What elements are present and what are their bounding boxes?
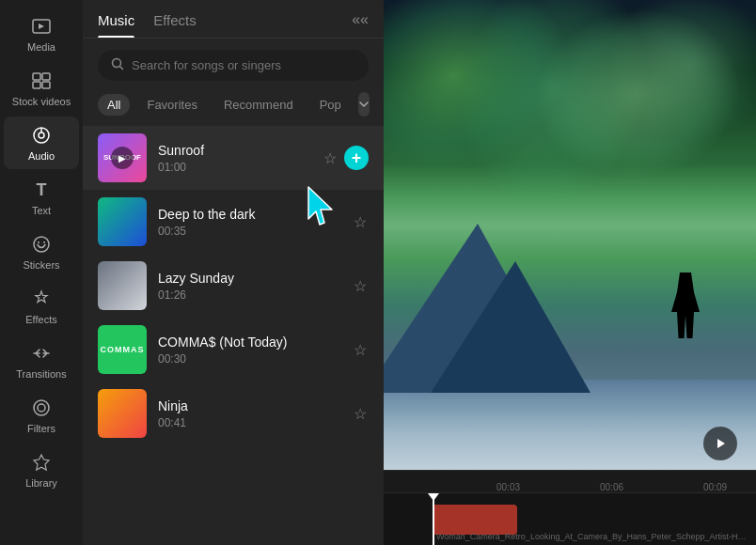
song-item-deep[interactable]: Deep to the dark 00:35 ☆	[83, 190, 384, 254]
filter-pop[interactable]: Pop	[310, 94, 351, 116]
sidebar-item-label-library: Library	[25, 477, 57, 489]
transitions-icon	[30, 342, 53, 365]
song-duration-deep: 00:35	[158, 225, 340, 238]
song-actions-ninja: ☆	[352, 403, 369, 425]
sidebar: Media Stock videos Audio T Text	[0, 0, 83, 545]
play-icon-sunroof[interactable]: ▶	[111, 147, 134, 169]
sidebar-item-label-transitions: Transitions	[16, 368, 66, 380]
song-title-commas: COMMA$ (Not Today)	[158, 335, 340, 350]
text-icon: T	[30, 179, 53, 201]
song-thumb-ninja	[98, 389, 147, 438]
song-item-commas[interactable]: COMMAS COMMA$ (Not Today) 00:30 ☆	[83, 318, 384, 382]
search-input[interactable]	[132, 58, 355, 72]
song-actions-commas: ☆	[352, 339, 369, 361]
svg-point-9	[38, 241, 39, 243]
tab-music[interactable]: Music	[98, 12, 134, 38]
sidebar-item-effects[interactable]: Effects	[4, 280, 79, 333]
song-info-deep: Deep to the dark 00:35	[158, 207, 340, 238]
sidebar-item-audio[interactable]: Audio	[4, 117, 79, 169]
media-icon	[30, 15, 53, 38]
song-item-ninja[interactable]: Ninja 00:41 ☆	[83, 382, 384, 445]
timeline-marker-1: 00:03	[496, 482, 520, 492]
sidebar-item-label-text: Text	[32, 205, 51, 216]
star-button-deep[interactable]: ☆	[352, 211, 369, 233]
song-item-sunroof[interactable]: SUNROOF ▶ Sunroof 01:00 ☆ +	[83, 126, 384, 190]
video-play-button[interactable]	[703, 427, 737, 460]
star-button-commas[interactable]: ☆	[352, 339, 369, 361]
sidebar-item-stickers[interactable]: Stickers	[4, 226, 79, 278]
search-icon	[111, 57, 124, 73]
filter-row: All Favorites Recommend Pop	[83, 92, 384, 126]
filter-more-button[interactable]	[358, 92, 370, 117]
thumb-text-commas: COMMAS	[101, 345, 145, 354]
track-label: Woman_Camera_Retro_Looking_At_Camera_By_…	[433, 532, 756, 541]
star-button-ninja[interactable]: ☆	[352, 403, 369, 425]
filter-favorites[interactable]: Favorites	[137, 94, 206, 116]
playhead[interactable]	[433, 493, 434, 545]
svg-point-11	[34, 400, 49, 415]
song-thumb-lazy	[98, 261, 147, 310]
song-thumb-deep	[98, 197, 147, 246]
svg-point-6	[39, 132, 44, 138]
filter-all[interactable]: All	[98, 94, 130, 116]
svg-rect-4	[42, 82, 50, 88]
sidebar-item-label-effects: Effects	[25, 314, 56, 325]
mountains	[384, 211, 756, 470]
svg-point-10	[43, 241, 45, 243]
sidebar-item-stock-videos[interactable]: Stock videos	[4, 62, 79, 115]
song-title-ninja: Ninja	[158, 398, 340, 413]
song-list: SUNROOF ▶ Sunroof 01:00 ☆ + Deep to the …	[83, 126, 384, 545]
video-preview	[384, 0, 756, 470]
svg-rect-3	[33, 82, 40, 88]
star-button-lazy[interactable]: ☆	[352, 275, 369, 297]
snow-ground	[384, 380, 756, 470]
song-title-deep: Deep to the dark	[158, 207, 340, 222]
song-info-commas: COMMA$ (Not Today) 00:30	[158, 335, 340, 366]
music-panel: Music Effects «« All Favorites Recommend…	[83, 0, 384, 545]
filter-recommend[interactable]: Recommend	[214, 94, 303, 116]
song-thumb-sunroof: SUNROOF ▶	[98, 133, 147, 182]
timeline-tracks: Woman_Camera_Retro_Looking_At_Camera_By_…	[384, 493, 756, 545]
svg-rect-2	[42, 73, 50, 80]
stickers-icon	[30, 233, 53, 256]
search-bar	[98, 50, 369, 81]
svg-marker-13	[34, 455, 49, 470]
timeline-marker-2: 00:06	[600, 482, 623, 492]
svg-point-12	[38, 404, 45, 412]
song-info-sunroof: Sunroof 01:00	[158, 143, 310, 174]
sidebar-item-filters[interactable]: Filters	[4, 389, 79, 442]
mountain-center	[431, 261, 591, 393]
song-duration-lazy: 01:26	[158, 288, 340, 302]
effects-icon	[30, 288, 53, 310]
song-actions-deep: ☆	[352, 211, 369, 233]
track-clip[interactable]	[433, 505, 517, 535]
song-title-sunroof: Sunroof	[158, 143, 310, 158]
song-actions-sunroof: ☆ +	[322, 146, 369, 170]
audio-icon	[30, 124, 53, 147]
sidebar-item-transitions[interactable]: Transitions	[4, 335, 79, 387]
collapse-button[interactable]: ««	[352, 11, 369, 38]
sidebar-item-label-filters: Filters	[27, 423, 55, 434]
sidebar-item-label-stock: Stock videos	[12, 96, 71, 107]
sidebar-item-label-stickers: Stickers	[23, 259, 59, 271]
song-item-lazy[interactable]: Lazy Sunday 01:26 ☆	[83, 254, 384, 318]
sidebar-item-library[interactable]: Library	[4, 444, 79, 496]
sidebar-item-label-audio: Audio	[28, 150, 55, 162]
timeline: 00:03 00:06 00:09 Woman_Camera_Retro_Loo…	[384, 470, 756, 545]
add-button-sunroof[interactable]: +	[344, 146, 369, 170]
panel-tabs: Music Effects ««	[83, 0, 384, 39]
main-content: 00:03 00:06 00:09 Woman_Camera_Retro_Loo…	[384, 0, 756, 545]
sidebar-item-media[interactable]: Media	[4, 8, 79, 60]
tab-effects[interactable]: Effects	[153, 12, 197, 38]
song-info-lazy: Lazy Sunday 01:26	[158, 271, 340, 302]
filters-icon	[30, 397, 53, 419]
sidebar-item-label-media: Media	[27, 41, 55, 53]
song-duration-commas: 00:30	[158, 352, 340, 366]
svg-point-14	[113, 59, 121, 68]
star-button-sunroof[interactable]: ☆	[322, 148, 339, 169]
sidebar-item-text[interactable]: T Text	[4, 171, 79, 224]
svg-point-8	[34, 237, 49, 252]
library-icon	[30, 451, 53, 474]
song-duration-sunroof: 01:00	[158, 161, 310, 174]
song-duration-ninja: 00:41	[158, 416, 340, 429]
